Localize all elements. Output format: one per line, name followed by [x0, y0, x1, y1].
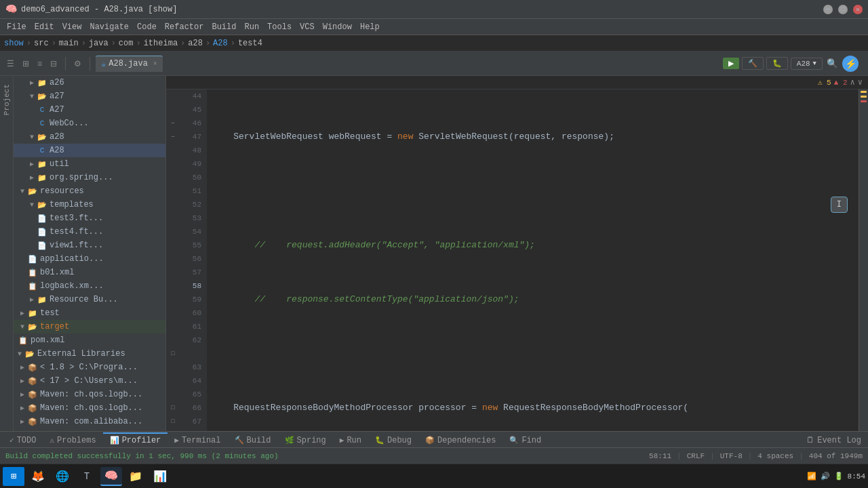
menu-code[interactable]: Code — [134, 22, 159, 32]
tree-item-a28[interactable]: ▼ 📂 a28 — [14, 130, 165, 144]
menu-build[interactable]: Build — [209, 22, 239, 32]
build-btn[interactable]: 🔨 — [742, 57, 764, 70]
breadcrumb-A28[interactable]: A28 — [213, 39, 228, 48]
tab-dependencies[interactable]: 📦 Dependencies — [418, 432, 502, 447]
tree-label-A27: A27 — [50, 105, 64, 115]
breadcrumb-test4[interactable]: test4 — [238, 39, 262, 48]
menu-edit[interactable]: Edit — [32, 22, 57, 32]
breadcrumb-src[interactable]: src — [34, 39, 49, 48]
taskbar-firefox[interactable]: 🦊 — [27, 467, 49, 486]
close-button[interactable]: ✕ — [853, 5, 863, 14]
menu-tools[interactable]: Tools — [264, 22, 294, 32]
tree-item-A27[interactable]: C A27 — [14, 103, 165, 117]
breadcrumb-java[interactable]: java — [89, 39, 108, 48]
status-line-ending[interactable]: CRLF — [687, 452, 705, 460]
tree-item-WebCo[interactable]: C WebCo... — [14, 117, 165, 130]
minimize-button[interactable]: — — [823, 5, 833, 14]
taskbar-notepad[interactable]: T — [76, 467, 98, 486]
toolbar-btn-3[interactable]: ⊟ — [47, 58, 60, 70]
tree-item-orgspring[interactable]: ▶ 📁 org.spring... — [14, 171, 165, 184]
menu-window[interactable]: Window — [320, 22, 355, 32]
warning-count[interactable]: ⚠ 5 — [818, 78, 831, 87]
expand-btn[interactable]: ∨ — [858, 77, 863, 87]
menu-vcs[interactable]: VCS — [297, 22, 317, 32]
toolbar-btn-1[interactable]: ⊞ — [20, 58, 32, 70]
breadcrumb-a28[interactable]: a28 — [188, 39, 203, 48]
tree-item-a27[interactable]: ▼ 📂 a27 — [14, 89, 165, 103]
tree-item-application[interactable]: 📄 applicatio... — [14, 252, 165, 266]
tab-problems[interactable]: ⚠ Problems — [43, 432, 102, 447]
tab-todo[interactable]: ✓ TODO — [3, 432, 43, 447]
tree-item-externallibs[interactable]: ▼ 📂 External Libraries — [14, 347, 165, 361]
tree-item-maven2[interactable]: ▶ 📦 Maven: ch.qos.logb... — [14, 401, 165, 415]
tab-profiler[interactable]: 📊 Profiler — [103, 432, 168, 447]
fold-81[interactable]: □ — [171, 418, 174, 425]
fold-46[interactable]: − — [171, 120, 174, 127]
tree-item-maven1[interactable]: ▶ 📦 Maven: ch.qos.logb... — [14, 388, 165, 401]
start-button[interactable]: ⊞ — [3, 467, 24, 486]
error-count[interactable]: ▲ 2 — [834, 79, 848, 87]
tab-find[interactable]: 🔍 Find — [502, 432, 548, 447]
tree-item-util[interactable]: ▶ 📁 util — [14, 157, 165, 171]
breadcrumb-com[interactable]: com — [119, 39, 134, 48]
run-config[interactable]: A28▼ — [791, 58, 823, 70]
project-label[interactable]: Project — [1, 81, 12, 118]
folder-icon-templates: 📂 — [37, 199, 47, 210]
system-clock[interactable]: 8:54 — [848, 472, 865, 481]
taskbar-files[interactable]: 📁 — [125, 467, 146, 486]
fold-63[interactable]: □ — [171, 350, 174, 357]
taskbar-powerpoint[interactable]: 📊 — [149, 467, 171, 486]
tree-item-b01xml[interactable]: 📋 b01.xml — [14, 266, 165, 279]
project-view-btn[interactable]: ☰ — [4, 58, 17, 70]
profile-btn[interactable]: ⚡ — [842, 56, 859, 72]
status-indent[interactable]: 4 spaces — [757, 452, 793, 460]
tree-item-maven3[interactable]: ▶ 📦 Maven: com.alibaba... — [14, 415, 165, 428]
debug-btn[interactable]: 🐛 — [766, 57, 788, 70]
tree-item-resourcebu[interactable]: ▶ 📁 Resource Bu... — [14, 293, 165, 306]
maximize-button[interactable]: □ — [838, 5, 848, 14]
fold-47[interactable]: − — [171, 134, 174, 140]
toolbar-btn-2[interactable]: ≡ — [35, 58, 45, 70]
tree-item-pomxml[interactable]: 📋 pom.xml — [14, 333, 165, 347]
menu-refactor[interactable]: Refactor — [162, 22, 207, 32]
tab-close-icon[interactable]: × — [153, 60, 157, 68]
tab-terminal[interactable]: ▶ Terminal — [167, 432, 227, 447]
menu-run[interactable]: Run — [241, 22, 262, 32]
settings-btn[interactable]: ⚙ — [71, 58, 84, 70]
tree-item-resources[interactable]: ▼ 📂 resources — [14, 184, 165, 198]
breadcrumb-show[interactable]: show — [4, 39, 24, 48]
breadcrumb-main[interactable]: main — [59, 39, 79, 48]
tab-debug[interactable]: 🐛 Debug — [368, 432, 418, 447]
taskbar-edge[interactable]: 🌐 — [52, 467, 73, 486]
breadcrumb-itheima[interactable]: itheima — [144, 39, 178, 48]
menu-file[interactable]: File — [4, 22, 29, 32]
event-log-tab[interactable]: 🗒 Event Log — [800, 432, 868, 447]
editor-tab-a28[interactable]: ☕ A28.java × — [96, 56, 163, 72]
run-btn[interactable]: ▶ — [723, 58, 739, 69]
status-encoding[interactable]: UTF-8 — [720, 452, 743, 460]
collapse-btn[interactable]: ∧ — [850, 77, 855, 87]
menu-navigate[interactable]: Navigate — [87, 22, 132, 32]
fold-67[interactable]: □ — [171, 405, 174, 411]
tree-item-a26[interactable]: ▶ 📁 a26 — [14, 76, 165, 89]
tree-item-test3ft[interactable]: 📄 test3.ft... — [14, 211, 165, 225]
tree-item-view1ft[interactable]: 📄 view1.ft... — [14, 239, 165, 252]
tree-item-jdk17[interactable]: ▶ 📦 < 17 > C:\Users\m... — [14, 374, 165, 388]
tree-item-target[interactable]: ▼ 📂 target — [14, 320, 165, 333]
tree-item-templates[interactable]: ▼ 📂 templates — [14, 198, 165, 211]
code-content[interactable]: ServletWebRequest webRequest = new Servl… — [207, 89, 859, 431]
menu-help[interactable]: Help — [357, 22, 382, 32]
tab-spring[interactable]: 🌿 Spring — [278, 432, 333, 447]
tab-build[interactable]: 🔨 Build — [228, 432, 278, 447]
tab-run[interactable]: ▶ Run — [333, 432, 368, 447]
menu-view[interactable]: View — [60, 22, 85, 32]
right-gutter[interactable] — [859, 89, 868, 431]
tree-item-test[interactable]: ▶ 📁 test — [14, 306, 165, 320]
status-position[interactable]: 58:11 — [649, 452, 671, 460]
search-btn[interactable]: 🔍 — [825, 57, 840, 70]
tree-item-test4ft[interactable]: 📄 test4.ft... — [14, 225, 165, 239]
tree-item-A28[interactable]: C A28 — [14, 144, 165, 157]
taskbar-intellij[interactable]: 🧠 — [100, 467, 122, 486]
tree-item-jdk18[interactable]: ▶ 📦 < 1.8 > C:\Progra... — [14, 361, 165, 374]
tree-item-logbackxml[interactable]: 📋 logback.xm... — [14, 279, 165, 293]
